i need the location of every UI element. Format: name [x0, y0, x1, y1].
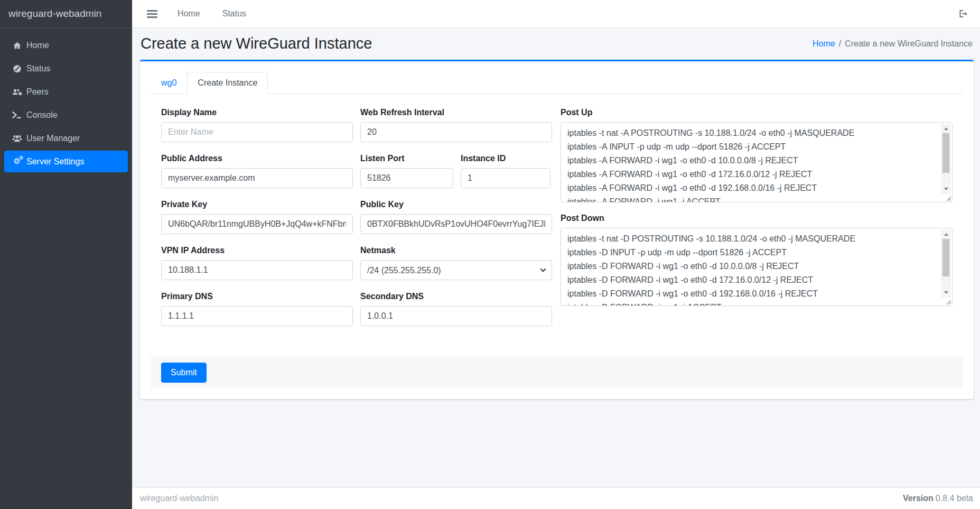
breadcrumb-current: Create a new WireGuard Instance [845, 39, 973, 48]
navbar-link-status[interactable]: Status [215, 5, 254, 23]
post-up-textarea[interactable]: iptables -t nat -A POSTROUTING -s 10.188… [561, 122, 953, 202]
instance-id-input[interactable] [461, 168, 550, 188]
page-footer: wireguard-webadmin Version0.8.4 beta [132, 487, 980, 509]
web-refresh-interval-label: Web Refresh Interval [360, 108, 552, 117]
sidebar-item-home[interactable]: Home [4, 34, 128, 56]
sidebar-item-label: Console [26, 110, 58, 120]
breadcrumb-home-link[interactable]: Home [813, 39, 835, 48]
sidebar-item-peers[interactable]: Peers [4, 81, 128, 103]
public-address-label: Public Address [161, 154, 353, 163]
sidebar-item-server-settings[interactable]: ⚙⚙ Server Settings [4, 151, 128, 172]
content-area: Create a new WireGuard Instance Home/Cre… [132, 28, 980, 487]
sidebar-item-status[interactable]: Status [4, 58, 128, 79]
hamburger-menu-icon[interactable] [147, 10, 157, 18]
terminal-icon [7, 111, 26, 119]
sidebar: wireguard-webadmin Home Status [0, 0, 132, 509]
primary-dns-label: Primary DNS [161, 292, 353, 301]
home-icon [7, 41, 26, 50]
sidebar-item-label: User Manager [26, 134, 80, 143]
users-icon [7, 134, 26, 142]
web-refresh-interval-input[interactable] [360, 122, 552, 142]
page-title: Create a new WireGuard Instance [141, 35, 372, 52]
brand-title[interactable]: wireguard-webadmin [0, 0, 132, 28]
vpn-ip-address-input[interactable] [161, 260, 353, 280]
listen-port-label: Listen Port [360, 154, 453, 163]
submit-button[interactable]: Submit [161, 363, 207, 383]
public-address-input[interactable] [161, 168, 353, 188]
post-up-label: Post Up [561, 108, 953, 117]
instance-id-label: Instance ID [461, 154, 550, 163]
display-name-label: Display Name [161, 108, 353, 117]
netmask-select[interactable]: /24 (255.255.255.0) [360, 260, 552, 280]
display-name-input[interactable] [161, 122, 353, 142]
sidebar-item-user-manager[interactable]: User Manager [4, 127, 128, 149]
post-down-scrollbar[interactable] [941, 230, 950, 297]
footer-version-label: Version [903, 494, 934, 503]
scrollbar-thumb[interactable] [942, 239, 949, 276]
tab-create-instance[interactable]: Create Instance [187, 72, 268, 94]
sidebar-nav: Home Status [0, 30, 132, 178]
netmask-label: Netmask [360, 246, 552, 255]
navbar-link-home[interactable]: Home [170, 5, 208, 23]
vpn-ip-address-label: VPN IP Address [161, 246, 353, 255]
scroll-up-icon[interactable] [942, 230, 950, 238]
sidebar-item-label: Home [26, 41, 49, 50]
post-up-scrollbar[interactable] [941, 124, 950, 193]
scroll-up-icon[interactable] [942, 125, 950, 133]
resize-grip-icon[interactable] [946, 299, 951, 304]
content-header: Create a new WireGuard Instance Home/Cre… [140, 35, 974, 52]
gears-icon: ⚙⚙ [7, 158, 26, 165]
breadcrumb: Home/Create a new WireGuard Instance [813, 39, 973, 49]
private-key-input[interactable] [161, 214, 353, 234]
post-down-textarea[interactable]: iptables -t nat -D POSTROUTING -s 10.188… [561, 228, 953, 306]
listen-port-input[interactable] [360, 168, 453, 188]
create-instance-form: Display Name Web Refresh Interval [151, 94, 963, 338]
public-key-label: Public Key [360, 200, 552, 209]
sidebar-item-label: Server Settings [26, 157, 84, 166]
scroll-down-icon[interactable] [942, 289, 950, 297]
footer-version: Version0.8.4 beta [903, 494, 973, 503]
private-key-label: Private Key [161, 200, 353, 209]
top-navbar: Home Status [132, 0, 980, 28]
users-gear-icon [7, 88, 26, 96]
tab-wg0[interactable]: wg0 [151, 72, 187, 94]
footer-version-value: 0.8.4 beta [936, 494, 973, 503]
main-area: Home Status Create a new WireGuard Insta… [132, 0, 980, 509]
breadcrumb-separator: / [839, 39, 841, 48]
sign-out-icon[interactable] [956, 7, 970, 20]
primary-dns-input[interactable] [161, 306, 353, 326]
public-key-input[interactable] [360, 214, 552, 234]
scroll-down-icon[interactable] [942, 185, 950, 193]
scrollbar-thumb[interactable] [942, 133, 949, 173]
footer-app-name: wireguard-webadmin [140, 494, 219, 503]
sidebar-item-label: Status [26, 64, 50, 73]
resize-grip-icon[interactable] [946, 196, 951, 201]
secondary-dns-label: Secondary DNS [360, 292, 552, 301]
secondary-dns-input[interactable] [360, 306, 552, 326]
post-down-label: Post Down [561, 214, 953, 223]
instance-tabs: wg0 Create Instance [151, 72, 963, 94]
sidebar-item-label: Peers [26, 87, 49, 97]
gauge-icon [7, 64, 26, 73]
form-footer: Submit [151, 357, 963, 388]
sidebar-item-console[interactable]: Console [4, 104, 128, 126]
instance-card: wg0 Create Instance Display Name [140, 60, 974, 399]
app-window: wireguard-webadmin Home Status [0, 0, 980, 509]
